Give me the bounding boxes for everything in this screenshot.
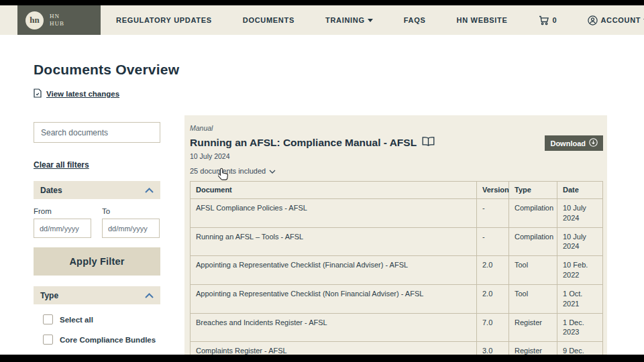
- table-row[interactable]: Running an AFSL – Tools - AFSL-Compilati…: [191, 227, 603, 256]
- top-navbar: hn HN HUB REGULATORY UPDATESDOCUMENTSTRA…: [0, 5, 644, 35]
- cell-type: Tool: [509, 284, 557, 313]
- nav-item-training[interactable]: TRAINING: [325, 16, 373, 24]
- apply-filter-button[interactable]: Apply Filter: [34, 247, 160, 276]
- nav-items: REGULATORY UPDATESDOCUMENTSTRAININGFAQSH…: [116, 5, 617, 35]
- download-button[interactable]: Download: [545, 135, 603, 151]
- cart-icon: [539, 15, 550, 25]
- documents-table-body: AFSL Compliance Policies - AFSL-Compilat…: [191, 198, 603, 355]
- nav-item-label: TRAINING: [325, 16, 365, 24]
- account-icon: [588, 15, 598, 25]
- cell-document: Running an AFSL – Tools - AFSL: [191, 227, 477, 256]
- account-menu[interactable]: ACCOUNT: [588, 15, 644, 25]
- documents-table: DocumentVersionTypeDate AFSL Compliance …: [190, 181, 603, 355]
- cart-count: 0: [553, 16, 557, 24]
- date-to-input[interactable]: [102, 219, 160, 238]
- cell-date: 10 July 2024: [557, 227, 603, 256]
- view-latest-changes-link[interactable]: View latest changes: [34, 88, 119, 99]
- cell-version: -: [477, 227, 509, 256]
- manual-panel: Manual Running an AFSL: Compliance Manua…: [184, 115, 607, 355]
- manual-title: Running an AFSL: Compliance Manual - AFS…: [190, 137, 602, 149]
- from-label: From: [34, 207, 91, 215]
- chevron-up-icon: [145, 186, 154, 195]
- documents-table-head: DocumentVersionTypeDate: [191, 182, 603, 199]
- clear-all-filters-link[interactable]: Clear all filters: [34, 160, 89, 170]
- date-range-row: From To: [34, 207, 160, 238]
- nav-item-regulatory-updates[interactable]: REGULATORY UPDATES: [116, 16, 212, 24]
- cell-type: Compilation: [509, 227, 557, 256]
- cell-date: 1 Oct. 2021: [557, 284, 603, 313]
- chevron-down-icon: [368, 19, 373, 22]
- view-latest-changes-label: View latest changes: [46, 90, 119, 98]
- cell-document: Appointing a Representative Checklist (N…: [191, 284, 477, 313]
- column-header-document: Document: [191, 182, 477, 199]
- cell-version: 7.0: [477, 313, 509, 342]
- column-header-date: Date: [557, 182, 603, 199]
- chevron-down-icon: [269, 167, 276, 175]
- type-option-other-document-bundles[interactable]: Other Document Bundles: [34, 352, 160, 355]
- nav-item-label: HN WEBSITE: [457, 16, 508, 24]
- manual-kicker: Manual: [190, 124, 602, 132]
- page-title: Documents Overview: [34, 62, 179, 78]
- table-row[interactable]: Appointing a Representative Checklist (N…: [191, 284, 603, 313]
- chevron-up-icon: [145, 291, 154, 300]
- cell-document: AFSL Compliance Policies - AFSL: [191, 198, 477, 227]
- checkbox-label: Select all: [60, 316, 93, 324]
- date-from-input[interactable]: [34, 219, 91, 238]
- nav-item-label: FAQS: [404, 16, 426, 24]
- nav-item-faqs[interactable]: FAQS: [404, 16, 426, 24]
- download-icon: [589, 138, 598, 148]
- type-checkbox-list: Select allCore Compliance BundlesOther D…: [34, 312, 160, 355]
- account-label: ACCOUNT: [600, 16, 641, 24]
- cell-type: Compilation: [509, 198, 557, 227]
- nav-item-documents[interactable]: DOCUMENTS: [243, 16, 294, 24]
- checkbox-label: Core Compliance Bundles: [60, 336, 156, 344]
- checkbox[interactable]: [43, 335, 53, 345]
- cell-version: -: [477, 198, 509, 227]
- dates-section-header[interactable]: Dates: [34, 181, 160, 199]
- table-row[interactable]: AFSL Compliance Policies - AFSL-Compilat…: [191, 198, 603, 227]
- nav-item-hn-website[interactable]: HN WEBSITE: [457, 16, 508, 24]
- column-header-type: Type: [509, 182, 557, 199]
- checkbox[interactable]: [43, 314, 53, 324]
- cell-document: Appointing a Representative Checklist (F…: [191, 256, 477, 285]
- table-row[interactable]: Complaints Register - AFSL3.0Register9 D…: [191, 342, 603, 355]
- filters-sidebar: Clear all filters Dates From To Apply Fi…: [34, 122, 160, 355]
- table-row[interactable]: Breaches and Incidents Register - AFSL7.…: [191, 313, 603, 342]
- logo-monogram: hn: [25, 11, 44, 29]
- browser-viewport: hn HN HUB REGULATORY UPDATESDOCUMENTSTRA…: [0, 5, 644, 355]
- open-book-icon: [422, 137, 435, 149]
- table-row[interactable]: Appointing a Representative Checklist (F…: [191, 256, 603, 285]
- logo-text: HN HUB: [50, 13, 64, 28]
- changelog-icon: [34, 88, 42, 99]
- manual-date: 10 July 2024: [190, 152, 602, 160]
- cell-type: Register: [509, 342, 557, 355]
- cell-type: Register: [509, 313, 557, 342]
- nav-item-label: REGULATORY UPDATES: [116, 16, 212, 24]
- cart-button[interactable]: 0: [539, 15, 557, 25]
- column-header-version: Version: [477, 182, 509, 199]
- cell-version: 2.0: [477, 256, 509, 285]
- cell-date: 1 Dec. 2023: [557, 313, 603, 342]
- cell-type: Tool: [509, 256, 557, 285]
- documents-included-toggle[interactable]: 25 documents included: [190, 167, 602, 175]
- type-option-core-compliance-bundles[interactable]: Core Compliance Bundles: [34, 332, 160, 347]
- nav-item-label: DOCUMENTS: [243, 16, 294, 24]
- cell-date: 9 Dec. 2022: [557, 342, 603, 355]
- hn-hub-logo[interactable]: hn HN HUB: [17, 5, 101, 35]
- to-label: To: [102, 207, 160, 215]
- type-option-select-all[interactable]: Select all: [34, 312, 160, 327]
- cell-document: Breaches and Incidents Register - AFSL: [191, 313, 477, 342]
- cell-date: 10 Feb. 2022: [557, 256, 603, 285]
- cell-date: 10 July 2024: [557, 198, 603, 227]
- cell-version: 3.0: [477, 342, 509, 355]
- cell-version: 2.0: [477, 284, 509, 313]
- cell-document: Complaints Register - AFSL: [191, 342, 477, 355]
- type-section-header[interactable]: Type: [34, 286, 160, 304]
- search-input[interactable]: [34, 122, 160, 143]
